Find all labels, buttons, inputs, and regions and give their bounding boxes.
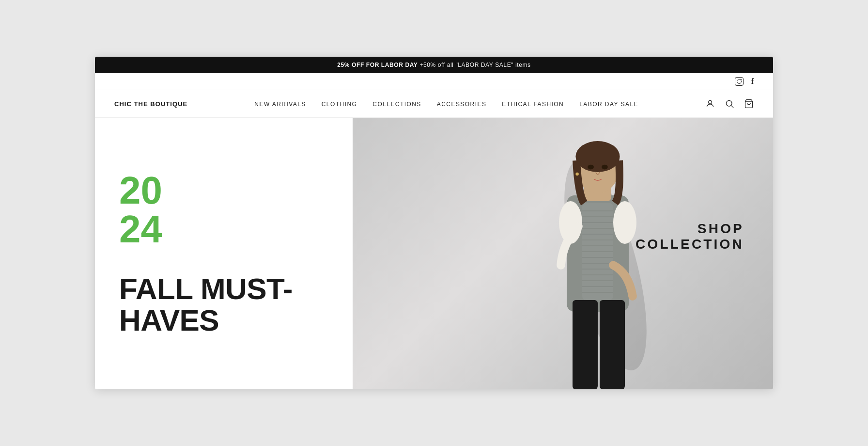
nav-item-collections[interactable]: COLLECTIONS [372, 99, 421, 108]
svg-point-31 [575, 173, 578, 175]
main-nav: NEW ARRIVALS CLOTHING COLLECTIONS ACCESS… [254, 99, 638, 108]
shop-line1: SHOP [636, 221, 744, 237]
hero-left-panel: 20 24 FALL MUST-HAVES [95, 118, 353, 389]
announcement-bar: 25% OFF FOR LABOR DAY +50% off all "LABO… [95, 57, 773, 73]
svg-point-29 [588, 165, 594, 170]
svg-point-30 [602, 165, 608, 170]
year-bottom: 24 [119, 210, 328, 249]
nav-link-accessories[interactable]: ACCESSORIES [437, 101, 487, 108]
browser-frame: 25% OFF FOR LABOR DAY +50% off all "LABO… [95, 57, 773, 389]
nav-link-ethical-fashion[interactable]: ETHICAL FASHION [502, 101, 564, 108]
announcement-rest: +50% off all "LABOR DAY SALE" items [418, 62, 530, 68]
nav-item-labor-day-sale[interactable]: LABOR DAY SALE [579, 99, 638, 108]
nav-item-ethical-fashion[interactable]: ETHICAL FASHION [502, 99, 564, 108]
svg-rect-11 [573, 300, 598, 389]
hero-image: SHOP COLLECTION [353, 118, 773, 389]
year-display: 20 24 [119, 171, 328, 249]
nav-link-clothing[interactable]: CLOTHING [322, 101, 357, 108]
nav-link-new-arrivals[interactable]: NEW ARRIVALS [254, 101, 306, 108]
svg-point-1 [726, 100, 732, 106]
cart-icon[interactable] [744, 99, 754, 109]
search-icon[interactable] [725, 99, 734, 109]
instagram-link[interactable] [735, 77, 744, 86]
svg-point-8 [575, 141, 620, 172]
svg-point-10 [613, 201, 636, 244]
nav-item-clothing[interactable]: CLOTHING [322, 99, 357, 108]
hero-section: 20 24 FALL MUST-HAVES [95, 118, 773, 389]
facebook-link[interactable]: f [751, 77, 754, 86]
shop-collection-text: SHOP COLLECTION [636, 221, 744, 252]
nav-link-collections[interactable]: COLLECTIONS [372, 101, 421, 108]
year-top: 20 [119, 171, 328, 210]
shop-line2: COLLECTION [636, 237, 744, 252]
nav-link-labor-day-sale[interactable]: LABOR DAY SALE [579, 101, 638, 108]
svg-rect-12 [600, 300, 625, 389]
account-icon[interactable] [705, 99, 715, 109]
svg-point-0 [709, 100, 712, 104]
hero-title: FALL MUST-HAVES [119, 273, 328, 336]
header-icons [705, 99, 754, 109]
nav-item-new-arrivals[interactable]: NEW ARRIVALS [254, 99, 306, 108]
model-silhouette [516, 118, 671, 389]
utility-bar: f [95, 73, 773, 90]
svg-line-2 [731, 106, 734, 108]
announcement-highlight: 25% OFF FOR LABOR DAY [337, 62, 418, 68]
facebook-icon: f [751, 77, 754, 85]
nav-item-accessories[interactable]: ACCESSORIES [437, 99, 487, 108]
main-header: CHIC THE BOUTIQUE NEW ARRIVALS CLOTHING … [95, 90, 773, 118]
logo[interactable]: CHIC THE BOUTIQUE [114, 100, 187, 108]
instagram-icon [735, 77, 744, 86]
hero-right-panel: SHOP COLLECTION [353, 118, 773, 389]
